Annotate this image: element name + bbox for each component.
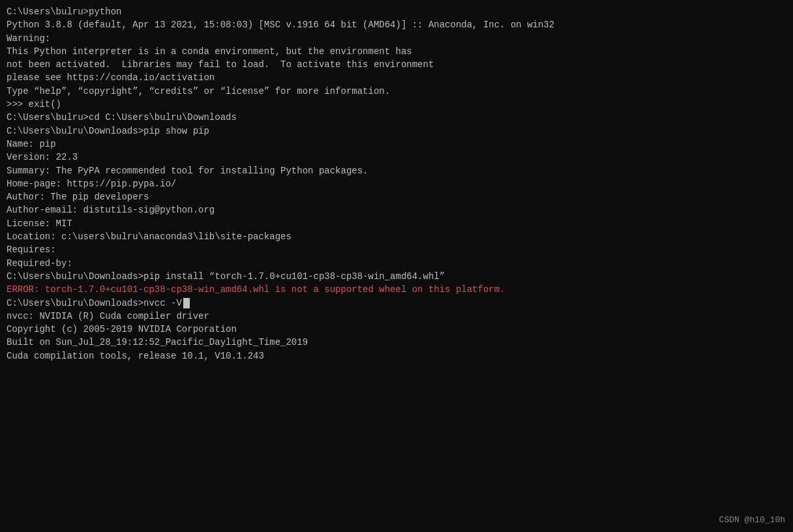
terminal-line: C:\Users\bulru>python [7,5,786,18]
terminal-line: C:\Users\bulru\Downloads>pip install “to… [7,270,786,283]
terminal-line: Cuda compilation tools, release 10.1, V1… [7,349,786,362]
terminal-line: Type “help”, “copyright”, “credits” or “… [7,85,786,98]
terminal-line: This Python interpreter is in a conda en… [7,45,786,58]
terminal-line: Python 3.8.8 (default, Apr 13 2021, 15:0… [7,18,786,31]
terminal-line: nvcc: NVIDIA (R) Cuda compiler driver [7,310,786,323]
terminal-cursor [183,298,190,308]
terminal-line: Required-by: [7,257,786,270]
terminal-line: C:\Users\bulru>cd C:\Users\bulru\Downloa… [7,111,786,124]
terminal-line: Home-page: https://pip.pypa.io/ [7,177,786,190]
terminal-line: please see https://conda.io/activation [7,71,786,84]
terminal-line: Built on Sun_Jul_28_19:12:52_Pacific_Day… [7,336,786,349]
terminal-line: Name: pip [7,138,786,151]
terminal-line: Location: c:\users\bulru\anaconda3\lib\s… [7,230,786,243]
terminal-line: C:\Users\bulru\Downloads>pip show pip [7,125,786,138]
terminal-line: Author: The pip developers [7,190,786,203]
terminal-line: C:\Users\bulru\Downloads>nvcc -V [7,297,786,310]
terminal-line: ERROR: torch-1.7.0+cu101-cp38-cp38-win_a… [7,283,786,296]
terminal-line: Warning: [7,32,786,45]
terminal-line: Author-email: distutils-sig@python.org [7,203,786,216]
terminal-output: C:\Users\bulru>python Python 3.8.8 (defa… [7,5,786,362]
terminal-line: >>> exit() [7,98,786,111]
terminal-line: Summary: The PyPA recommended tool for i… [7,164,786,177]
terminal-window: C:\Users\bulru>python Python 3.8.8 (defa… [0,0,793,532]
terminal-line: Requires: [7,243,786,256]
terminal-line: License: MIT [7,217,786,230]
terminal-line: Copyright (c) 2005-2019 NVIDIA Corporati… [7,323,786,336]
watermark: CSDN @h10_10h [719,514,785,527]
terminal-line: Version: 22.3 [7,151,786,164]
terminal-line: not been activated. Libraries may fail t… [7,58,786,71]
